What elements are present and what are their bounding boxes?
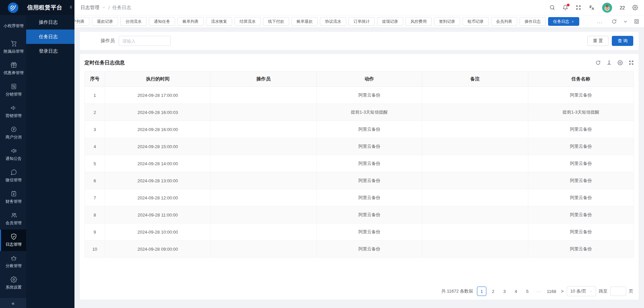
tab-operation-log[interactable]: 操作日志 <box>520 17 546 26</box>
query-button[interactable]: 查 询 <box>612 36 633 46</box>
tab-rent-coin-records[interactable]: 租币记录 <box>463 17 489 26</box>
jump-page-input[interactable] <box>610 287 626 296</box>
tab-label: 租币记录 <box>468 19 484 24</box>
gear-icon[interactable] <box>632 5 638 10</box>
tab-order-stats[interactable]: 订单统计 <box>348 17 375 26</box>
row-height-icon[interactable] <box>606 60 612 65</box>
table-cell: 2024-09-28 12:00:00 <box>105 189 211 206</box>
table-cell: 2024-09-28 09:00:00 <box>105 241 211 258</box>
tab-label: 退款记录 <box>97 19 113 24</box>
sidebar-item-label: 系统设置 <box>6 285 22 290</box>
sidebar-collapse-button[interactable]: « <box>0 298 26 308</box>
column-settings-gear-icon[interactable] <box>618 60 623 65</box>
reset-button[interactable]: 重 置 <box>587 36 609 46</box>
table-cell: 3 <box>85 121 105 138</box>
pin-icon[interactable] <box>69 5 73 11</box>
tab-risk-fee[interactable]: 风控费用 <box>406 17 432 26</box>
table-cell: 提前1-3天短信提醒 <box>316 104 422 121</box>
pagination-page-5[interactable]: 5 <box>523 287 532 296</box>
jump-label: 跳至 <box>599 288 607 294</box>
column-header: 任务名称 <box>528 72 634 87</box>
page-size-value: 10 条/页 <box>570 288 586 294</box>
tab-task-log[interactable]: 任务日志 <box>548 17 579 26</box>
sliders-icon <box>10 83 17 90</box>
tab-settlement-flow[interactable]: 结算流水 <box>234 17 261 26</box>
table-refresh-icon[interactable] <box>595 60 601 65</box>
pagination-ellipsis[interactable]: ··· <box>534 287 543 296</box>
tab-label: 会员列表 <box>496 19 512 24</box>
translate-icon[interactable] <box>589 5 595 11</box>
sidebar-item-label: 营销管理 <box>6 113 22 119</box>
calendar-yen-icon <box>10 190 17 197</box>
table-cell: 9 <box>85 224 105 241</box>
fullscreen-icon[interactable] <box>576 5 581 10</box>
tab-withdraw-records[interactable]: 提现记录 <box>377 17 403 26</box>
notification-bell-icon[interactable] <box>562 5 568 10</box>
sidebar-item-ledger[interactable]: 分账管理 <box>0 251 26 272</box>
tab-refund-records[interactable]: 退款记录 <box>92 17 118 26</box>
breadcrumb-root[interactable]: 日志管理 <box>80 5 99 11</box>
table-cell: 提前1-3天短信提醒 <box>528 104 634 121</box>
tab-label: 流水恢复 <box>211 19 227 24</box>
pagination-page-2[interactable]: 2 <box>488 287 498 296</box>
table-cell <box>422 87 528 104</box>
tab-close-icon[interactable] <box>571 20 574 23</box>
refresh-icon[interactable] <box>611 19 617 24</box>
avatar[interactable] <box>602 3 612 13</box>
table-cell: 阿里云备份 <box>528 121 634 138</box>
search-icon[interactable] <box>549 5 555 10</box>
table-fullscreen-icon[interactable] <box>629 60 634 65</box>
sidebar-item-accessory[interactable]: 附属品管理 <box>0 37 26 58</box>
chevron-down-icon[interactable] <box>623 19 628 24</box>
speaker-icon <box>10 105 17 111</box>
sidebar-item-finance[interactable]: 财务管理 <box>0 187 26 208</box>
table-cell: 2024-09-28 16:00:00 <box>105 121 211 138</box>
column-header: 序号 <box>85 72 105 87</box>
sidebar-item-distribution[interactable]: 分销管理 <box>0 79 26 101</box>
table-cell <box>211 121 316 138</box>
tab-label: 风控费用 <box>411 19 427 24</box>
sidebar-item-notice[interactable]: 通知公告 <box>0 144 26 165</box>
tab-user-list[interactable]: 用户列表 <box>74 17 90 26</box>
pagination-page-1168[interactable]: 1168 <box>545 287 557 296</box>
maximize-icon[interactable] <box>634 19 639 24</box>
sidebar-item-wechat[interactable]: 微信管理 <box>0 165 26 187</box>
tab-offline-payment[interactable]: 线下付款 <box>263 17 289 26</box>
horn-icon <box>10 147 17 154</box>
gift-icon <box>10 62 17 68</box>
tab-member-list[interactable]: 会员列表 <box>491 17 517 26</box>
tab-flow-restore[interactable]: 流水恢复 <box>206 17 232 26</box>
sidebar-item-coupon[interactable]: 优惠券管理 <box>0 58 26 79</box>
pagination-page-4[interactable]: 4 <box>511 287 521 296</box>
tab-bill-list[interactable]: 账单列表 <box>177 17 204 26</box>
page-content: 操作员 重 置 查 询 定时任务日志信息 <box>74 28 644 308</box>
tab-agreement-flow[interactable]: 协议流水 <box>320 17 346 26</box>
submenu-item-operation-log[interactable]: 操作日志 <box>26 15 74 29</box>
pagination-next-button[interactable]: > <box>560 289 564 294</box>
tab-profit-flow[interactable]: 分润流水 <box>120 17 147 26</box>
sidebar-item-member[interactable]: 会员管理 <box>0 208 26 230</box>
page-size-select[interactable]: 10 条/页 <box>567 286 596 296</box>
tab-notify-task[interactable]: 通知任务 <box>149 17 175 26</box>
sidebar-item-merchant-profit[interactable]: 商户分润 <box>0 122 26 144</box>
sidebar-item-system[interactable]: 系统设置 <box>0 272 26 294</box>
submenu-item-task-log[interactable]: 任务日志 <box>26 29 74 44</box>
sidebar-item-label: 小程序管理 <box>4 23 24 29</box>
sidebar-item-label: 商户分润 <box>6 134 22 140</box>
tab-bill-refund[interactable]: 账单退款 <box>291 17 318 26</box>
user-name[interactable]: 22 <box>620 5 625 10</box>
operator-input[interactable] <box>119 36 171 46</box>
operator-label: 操作员 <box>101 38 115 44</box>
submenu-item-login-log[interactable]: 登录日志 <box>26 44 74 58</box>
table-cell: 阿里云备份 <box>316 206 422 224</box>
pagination-page-1[interactable]: 1 <box>477 287 486 296</box>
tabs-more-button[interactable]: ... <box>593 19 607 24</box>
table-row: 32024-09-28 16:00:00阿里云备份阿里云备份 <box>85 121 634 138</box>
sidebar-item-mini-program[interactable]: 小程序管理 <box>0 15 26 37</box>
sidebar-item-marketing[interactable]: 营销管理 <box>0 101 26 122</box>
table-cell <box>211 241 316 258</box>
table-row: 72024-09-28 12:00:00阿里云备份阿里云备份 <box>85 189 634 206</box>
sidebar-item-log[interactable]: 日志管理 <box>0 230 26 251</box>
pagination-page-3[interactable]: 3 <box>500 287 509 296</box>
tab-checkin-records[interactable]: 签到记录 <box>434 17 460 26</box>
